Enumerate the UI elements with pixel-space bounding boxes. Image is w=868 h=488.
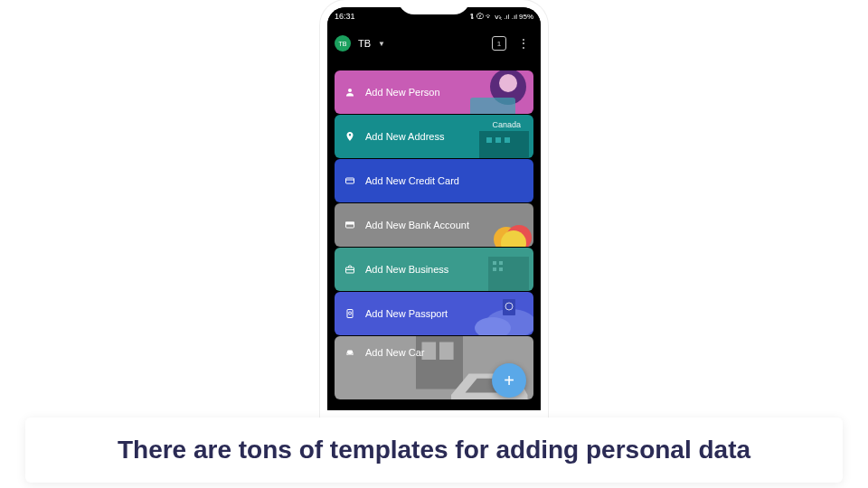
svg-rect-3 [470, 98, 515, 114]
card-passport-label: Add New Passport [365, 308, 448, 319]
account-label[interactable]: TB [358, 38, 371, 49]
avatar[interactable]: TB [335, 35, 351, 52]
card-business[interactable]: Add New Business [335, 248, 533, 291]
pin-icon [344, 131, 356, 142]
svg-point-13 [506, 225, 532, 247]
menu-icon[interactable]: ⋮ [514, 36, 533, 51]
svg-point-2 [499, 74, 517, 92]
svg-rect-22 [347, 310, 353, 318]
svg-point-1 [490, 70, 526, 105]
caption-box: There are tons of templates for adding p… [25, 418, 843, 483]
phone-notch [398, 0, 470, 14]
card-person[interactable]: Add New Person [335, 70, 533, 114]
passport-deco [443, 292, 533, 335]
svg-rect-11 [346, 222, 354, 224]
car-icon [344, 347, 356, 358]
card-business-label: Add New Business [365, 264, 448, 275]
svg-point-23 [349, 312, 352, 314]
svg-rect-18 [493, 261, 496, 265]
status-signal-icons: ⇅ ⓥ ᯤ 𝗏ᵢₜ .ıl .ıl [470, 13, 517, 21]
card-address-label: Add New Address [365, 131, 444, 142]
status-battery: 95% [519, 13, 533, 21]
svg-rect-32 [439, 343, 454, 361]
person-icon [344, 87, 356, 98]
svg-rect-17 [488, 257, 529, 291]
passport-icon [344, 308, 356, 319]
card-address-badge: Canada [492, 120, 521, 129]
credit-card-icon [344, 175, 356, 186]
phone-screen: 16:31 ⇅ ⓥ ᯤ 𝗏ᵢₜ .ıl .ıl 95% TB TB ▼ 1 ⋮ [327, 7, 541, 410]
card-address[interactable]: Add New Address Canada [335, 115, 533, 158]
card-person-label: Add New Person [365, 87, 440, 98]
status-icons: ⇅ ⓥ ᯤ 𝗏ᵢₜ .ıl .ıl 95% [470, 13, 533, 21]
svg-rect-19 [499, 261, 503, 265]
card-credit[interactable]: Add New Credit Card [335, 159, 533, 202]
svg-rect-8 [346, 178, 354, 183]
svg-point-14 [501, 230, 526, 247]
briefcase-icon [344, 264, 356, 275]
svg-rect-5 [486, 137, 492, 143]
fab-add-button[interactable]: + [492, 363, 526, 398]
svg-rect-7 [505, 137, 510, 143]
svg-point-27 [505, 303, 513, 310]
person-deco [443, 70, 533, 114]
svg-rect-30 [416, 336, 463, 389]
svg-point-0 [348, 89, 352, 92]
tabs-button[interactable]: 1 [492, 36, 506, 51]
tab-count: 1 [497, 40, 501, 48]
card-credit-label: Add New Credit Card [365, 175, 459, 186]
avatar-initials: TB [339, 41, 347, 47]
svg-point-29 [352, 353, 353, 354]
svg-rect-26 [503, 299, 515, 315]
svg-point-12 [494, 227, 519, 247]
svg-rect-20 [493, 267, 496, 271]
svg-rect-4 [479, 131, 529, 158]
phone-frame: 16:31 ⇅ ⓥ ᯤ 𝗏ᵢₜ .ıl .ıl 95% TB TB ▼ 1 ⋮ [320, 0, 548, 418]
svg-point-28 [347, 353, 348, 354]
plus-icon: + [504, 371, 514, 391]
caption-text: There are tons of templates for adding p… [118, 436, 750, 465]
chevron-down-icon[interactable]: ▼ [378, 40, 385, 48]
card-bank[interactable]: Add New Bank Account [335, 203, 533, 247]
svg-point-25 [475, 317, 511, 335]
svg-rect-21 [499, 267, 503, 271]
card-passport[interactable]: Add New Passport [335, 292, 533, 335]
template-list: Add New Person Add New Address Canada [327, 61, 541, 410]
wallet-icon [344, 220, 356, 230]
svg-rect-6 [495, 137, 501, 143]
app-bar: TB TB ▼ 1 ⋮ [327, 25, 541, 61]
svg-point-24 [486, 309, 533, 335]
card-car-label: Add New Car [365, 347, 424, 358]
status-time: 16:31 [335, 12, 355, 21]
card-bank-label: Add New Bank Account [365, 220, 469, 230]
business-deco [443, 248, 533, 291]
